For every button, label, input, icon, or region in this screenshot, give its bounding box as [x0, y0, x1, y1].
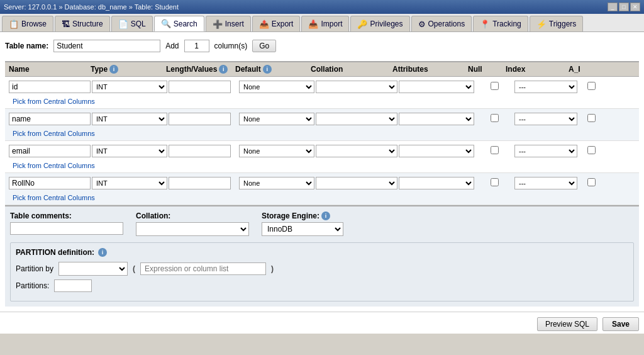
collation-select[interactable]: [136, 222, 249, 236]
open-paren: (: [133, 264, 135, 273]
index-select-3[interactable]: ---PRIMARYUNIQUEINDEXFULLTEXT: [514, 177, 577, 189]
index-cell-3: ---PRIMARYUNIQUEINDEXFULLTEXT: [514, 177, 577, 189]
index-select-2[interactable]: ---PRIMARYUNIQUEINDEXFULLTEXT: [514, 145, 577, 157]
collation-cell-1: [316, 113, 397, 125]
partition-header-label: PARTITION definition:: [16, 248, 94, 257]
ai-cell-3: [579, 178, 604, 188]
tab-sql[interactable]: 📄 SQL: [111, 16, 153, 31]
ai-checkbox-0[interactable]: [587, 82, 596, 90]
tab-tracking[interactable]: 📍 Tracking: [473, 16, 528, 31]
length-input-0[interactable]: [169, 81, 231, 93]
table-row: INTVARCHARTEXTDATEDATETIMEFLOATDOUBLEBIG…: [5, 77, 639, 97]
collation-select-1[interactable]: [316, 113, 397, 125]
null-checkbox-3[interactable]: [491, 178, 499, 186]
insert-icon: ➕: [213, 20, 223, 29]
pick-central-link-2[interactable]: Pick from Central Columns: [9, 162, 99, 172]
engine-info-icon[interactable]: i: [321, 211, 330, 220]
name-cell-0: [9, 81, 91, 93]
table-name-input[interactable]: [53, 40, 160, 52]
index-select-0[interactable]: ---PRIMARYUNIQUEINDEXFULLTEXT: [514, 81, 577, 93]
tab-privileges[interactable]: 🔑 Privileges: [350, 16, 409, 31]
type-select-1[interactable]: INTVARCHARTEXTDATEDATETIMEFLOATDOUBLEBIG…: [92, 113, 167, 125]
length-input-1[interactable]: [169, 113, 231, 125]
tab-search[interactable]: 🔍 Search: [154, 16, 204, 31]
default-select-2[interactable]: NoneNULLCURRENT_TIMESTAMPAs defined:: [239, 145, 314, 157]
ai-checkbox-3[interactable]: [587, 178, 596, 186]
pick-central-row-3: Pick from Central Columns: [5, 193, 639, 205]
sql-icon: 📄: [118, 20, 128, 29]
partition-expression-input[interactable]: [140, 262, 266, 275]
length-input-3[interactable]: [169, 177, 231, 189]
column-name-input-2[interactable]: [9, 145, 91, 157]
tab-import-label: Import: [321, 20, 342, 28]
partitions-input[interactable]: [54, 279, 92, 292]
preview-sql-button[interactable]: Preview SQL: [537, 317, 597, 331]
close-btn[interactable]: ✕: [630, 3, 640, 11]
go-button[interactable]: Go: [252, 40, 276, 52]
null-checkbox-2[interactable]: [491, 146, 499, 154]
ai-checkbox-1[interactable]: [587, 114, 596, 122]
table-name-label: Table name:: [5, 42, 48, 50]
ai-cell-0: [579, 82, 604, 92]
length-cell-2: [169, 145, 238, 157]
tab-insert[interactable]: ➕ Insert: [206, 16, 251, 31]
default-select-3[interactable]: NoneNULLCURRENT_TIMESTAMPAs defined:: [239, 177, 314, 189]
column-name-input-3[interactable]: [9, 177, 91, 189]
collation-select-0[interactable]: [316, 81, 397, 93]
length-cell-3: [169, 177, 238, 189]
pick-central-link-0[interactable]: Pick from Central Columns: [9, 98, 99, 108]
add-columns-input[interactable]: [184, 40, 209, 52]
tab-import[interactable]: 📥 Import: [301, 16, 349, 31]
ai-checkbox-2[interactable]: [587, 146, 596, 154]
maximize-btn[interactable]: □: [619, 3, 629, 11]
null-cell-2: [475, 146, 513, 156]
pick-central-link-1[interactable]: Pick from Central Columns: [9, 130, 99, 140]
default-cell-3: NoneNULLCURRENT_TIMESTAMPAs defined:: [239, 177, 314, 189]
attributes-select-3[interactable]: [399, 177, 474, 189]
partitions-label: Partitions:: [16, 281, 49, 290]
null-checkbox-1[interactable]: [491, 114, 499, 122]
tab-triggers[interactable]: ⚡ Triggers: [530, 16, 584, 31]
type-select-0[interactable]: INTVARCHARTEXTDATEDATETIMEFLOATDOUBLEBIG…: [92, 81, 167, 93]
tab-operations[interactable]: ⚙ Operations: [411, 16, 472, 31]
pick-central-link-3[interactable]: Pick from Central Columns: [9, 194, 99, 204]
collation-select-3[interactable]: [316, 177, 397, 189]
type-select-3[interactable]: INTVARCHARTEXTDATEDATETIMEFLOATDOUBLEBIG…: [92, 177, 167, 189]
tab-sql-label: SQL: [131, 20, 146, 28]
attributes-select-2[interactable]: [399, 145, 474, 157]
table-row: INTVARCHARTEXTDATEDATETIMEFLOATDOUBLEBIG…: [5, 109, 639, 129]
partition-info-icon[interactable]: i: [98, 248, 107, 257]
table-name-row: Table name: Add column(s) Go: [5, 37, 639, 55]
table-row: INTVARCHARTEXTDATEDATETIMEFLOATDOUBLEBIG…: [5, 141, 639, 161]
storage-engine-select[interactable]: InnoDB MyISAM CSV MEMORY: [262, 222, 343, 236]
null-checkbox-0[interactable]: [491, 82, 499, 90]
default-info-icon[interactable]: i: [263, 65, 272, 74]
partition-by-select[interactable]: HASH LINEAR HASH KEY LINEAR KEY RANGE LI…: [58, 262, 128, 276]
tab-export[interactable]: 📤 Export: [252, 16, 301, 31]
type-info-icon[interactable]: i: [109, 65, 118, 74]
partition-section: PARTITION definition: i Partition by HAS…: [10, 242, 634, 301]
tab-browse[interactable]: 📋 Browse: [2, 16, 53, 31]
table-comments-input[interactable]: [10, 222, 123, 235]
default-select-1[interactable]: NoneNULLCURRENT_TIMESTAMPAs defined:: [239, 113, 314, 125]
default-select-0[interactable]: NoneNULLCURRENT_TIMESTAMPAs defined:: [239, 81, 314, 93]
nav-tabs: 📋 Browse 🏗 Structure 📄 SQL 🔍 Search ➕ In…: [0, 14, 644, 32]
attributes-select-0[interactable]: [399, 81, 474, 93]
save-button[interactable]: Save: [602, 317, 639, 331]
table-row-group: INTVARCHARTEXTDATEDATETIMEFLOATDOUBLEBIG…: [5, 173, 639, 205]
ai-cell-2: [579, 146, 604, 156]
type-select-2[interactable]: INTVARCHARTEXTDATEDATETIMEFLOATDOUBLEBIG…: [92, 145, 167, 157]
column-name-input-1[interactable]: [9, 113, 91, 125]
table-row-group: INTVARCHARTEXTDATEDATETIMEFLOATDOUBLEBIG…: [5, 141, 639, 173]
partition-by-label: Partition by: [16, 264, 53, 273]
column-name-input-0[interactable]: [9, 81, 91, 93]
length-info-icon[interactable]: i: [219, 65, 228, 74]
attributes-select-1[interactable]: [399, 113, 474, 125]
table-body: INTVARCHARTEXTDATEDATETIMEFLOATDOUBLEBIG…: [5, 77, 639, 205]
minimize-btn[interactable]: _: [608, 3, 618, 11]
tab-structure[interactable]: 🏗 Structure: [55, 16, 110, 31]
index-select-1[interactable]: ---PRIMARYUNIQUEINDEXFULLTEXT: [514, 113, 577, 125]
collation-select-2[interactable]: [316, 145, 397, 157]
length-input-2[interactable]: [169, 145, 231, 157]
pick-central-row-2: Pick from Central Columns: [5, 161, 639, 172]
